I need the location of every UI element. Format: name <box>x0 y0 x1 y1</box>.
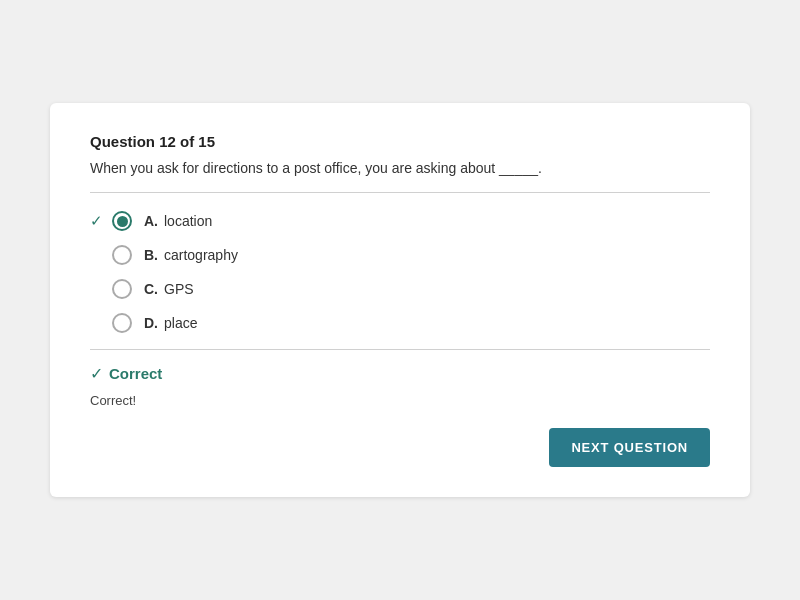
result-label: Correct <box>109 365 162 382</box>
option-text-c: GPS <box>164 281 194 297</box>
question-text: When you ask for directions to a post of… <box>90 160 710 176</box>
option-text-b: cartography <box>164 247 238 263</box>
correct-check-icon: ✓ <box>90 212 108 230</box>
option-letter-a: A. <box>144 213 158 229</box>
result-row: ✓ Correct <box>90 364 710 383</box>
option-letter-c: C. <box>144 281 158 297</box>
radio-d[interactable] <box>112 313 132 333</box>
result-check-icon: ✓ <box>90 364 103 383</box>
next-question-button[interactable]: NEXT QUESTION <box>549 428 710 467</box>
result-divider <box>90 349 710 350</box>
question-counter: Question 12 of 15 <box>90 133 710 150</box>
radio-b[interactable] <box>112 245 132 265</box>
option-letter-d: D. <box>144 315 158 331</box>
option-text-d: place <box>164 315 197 331</box>
spacer-b: ✓ <box>90 246 108 264</box>
option-item-d[interactable]: ✓ D. place <box>90 313 710 333</box>
radio-inner-a <box>117 216 128 227</box>
options-list: ✓ A. location ✓ B. cartography ✓ C. GPS … <box>90 211 710 333</box>
option-item-a[interactable]: ✓ A. location <box>90 211 710 231</box>
option-letter-b: B. <box>144 247 158 263</box>
radio-c[interactable] <box>112 279 132 299</box>
top-divider <box>90 192 710 193</box>
option-item-c[interactable]: ✓ C. GPS <box>90 279 710 299</box>
radio-a[interactable] <box>112 211 132 231</box>
quiz-card: Question 12 of 15 When you ask for direc… <box>50 103 750 497</box>
option-text-a: location <box>164 213 212 229</box>
spacer-c: ✓ <box>90 280 108 298</box>
option-item-b[interactable]: ✓ B. cartography <box>90 245 710 265</box>
footer-row: NEXT QUESTION <box>90 428 710 467</box>
spacer-d: ✓ <box>90 314 108 332</box>
result-message: Correct! <box>90 393 710 408</box>
